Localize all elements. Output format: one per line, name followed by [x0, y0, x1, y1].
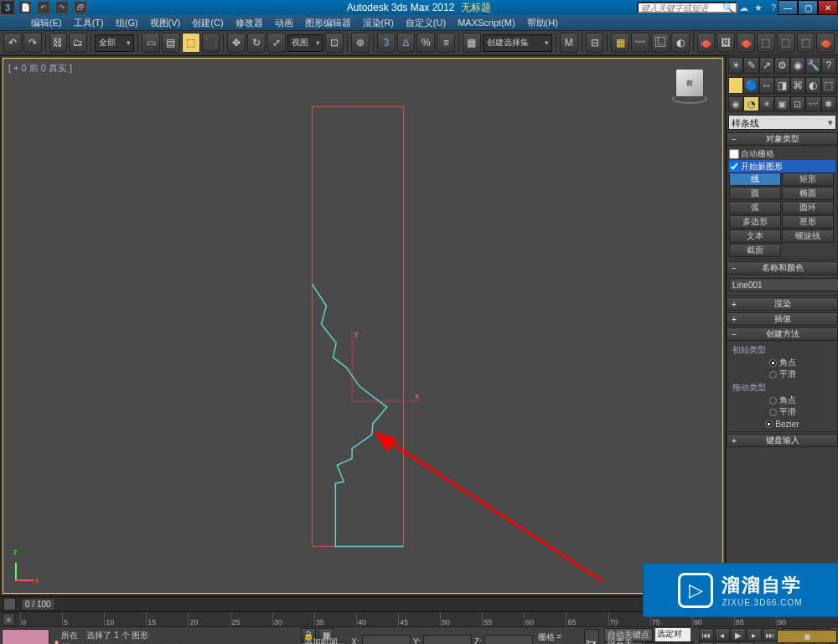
- extra-tab[interactable]: ⬚: [821, 77, 836, 94]
- link-icon[interactable]: ⛓: [49, 33, 68, 53]
- display-tab[interactable]: ⌘: [790, 77, 805, 94]
- menu-customize[interactable]: 自定义(U): [401, 17, 450, 29]
- minimize-button[interactable]: —: [778, 0, 798, 15]
- shape-text-button[interactable]: 文本: [729, 229, 781, 243]
- save-icon[interactable]: 🗗: [74, 1, 87, 14]
- cat-space[interactable]: 〰: [805, 96, 820, 111]
- drag-bezier-radio[interactable]: Bezier: [729, 418, 835, 430]
- subscription-icon[interactable]: ☁: [737, 2, 749, 13]
- menu-group[interactable]: 组(G): [111, 17, 142, 29]
- shape-donut-button[interactable]: 圆环: [782, 201, 834, 214]
- redo-icon[interactable]: ↷: [23, 33, 42, 53]
- prev-frame-icon[interactable]: ◂: [715, 628, 730, 641]
- menu-edit[interactable]: 编辑(E): [27, 17, 66, 29]
- more1-icon[interactable]: ⬚: [757, 33, 775, 53]
- menu-help[interactable]: 帮助(H): [523, 17, 562, 29]
- rollout-interp[interactable]: +插值: [727, 312, 838, 326]
- tool-icon[interactable]: ⚙: [774, 57, 789, 74]
- shape-ellipse-button[interactable]: 椭圆: [782, 187, 834, 200]
- menu-tools[interactable]: 工具(T): [70, 17, 108, 29]
- tool-icon[interactable]: ↗: [759, 57, 774, 74]
- startnewshape-checkbox[interactable]: 开始新图形: [729, 160, 835, 173]
- curve-editor-icon[interactable]: 〰: [631, 33, 649, 53]
- render-setup-icon[interactable]: 🫖: [697, 33, 716, 53]
- maximize-button[interactable]: ▢: [798, 0, 818, 15]
- schematic-icon[interactable]: ⿺: [651, 33, 670, 53]
- open-icon[interactable]: ↶: [37, 1, 50, 14]
- tool-icon[interactable]: ✎: [743, 57, 758, 74]
- keytarget-dropdown[interactable]: 选定对象: [655, 628, 691, 641]
- cat-lights[interactable]: ☀: [759, 96, 774, 111]
- shape-star-button[interactable]: 星形: [782, 215, 834, 229]
- rollout-createmethod[interactable]: −创建方法: [727, 327, 838, 341]
- shape-circle-button[interactable]: 圆: [729, 187, 781, 200]
- init-corner-radio[interactable]: 角点: [729, 357, 835, 368]
- maxscript-mini-listener[interactable]: [2, 629, 49, 644]
- redo-icon[interactable]: ↷: [55, 1, 69, 14]
- key-mode-icon[interactable]: 🗝: [584, 629, 599, 644]
- select-name-icon[interactable]: ▤: [162, 33, 180, 53]
- tool-icon[interactable]: ☀: [728, 57, 743, 74]
- app-menu-icon[interactable]: 3: [0, 0, 15, 15]
- named-sel-dropdown[interactable]: 创建选择集: [483, 34, 552, 52]
- select-icon[interactable]: ▭: [142, 33, 160, 53]
- time-prev-icon[interactable]: [3, 598, 16, 611]
- menu-rendering[interactable]: 渲染(R): [359, 17, 398, 29]
- menu-animation[interactable]: 动画: [271, 17, 297, 29]
- minicurve-icon[interactable]: ≡: [3, 613, 15, 626]
- spinnersnap-icon[interactable]: ≡: [437, 33, 455, 53]
- rollout-objecttype[interactable]: −对象类型: [727, 132, 838, 146]
- cat-cameras[interactable]: ▣: [774, 96, 789, 111]
- align-icon[interactable]: ⊟: [586, 33, 604, 53]
- create-tab[interactable]: ☄: [728, 77, 743, 94]
- shape-section-button[interactable]: 截面: [729, 244, 781, 257]
- viewcube[interactable]: 前: [672, 69, 707, 104]
- viewport-label[interactable]: [ + 0 前 0 真实 ]: [8, 62, 72, 75]
- goto-end-icon[interactable]: ⏭: [763, 628, 778, 641]
- menu-grapheditors[interactable]: 图形编辑器: [301, 17, 355, 29]
- layers-icon[interactable]: ▦: [611, 33, 629, 53]
- shape-line-button[interactable]: 线: [729, 173, 781, 186]
- render-icon[interactable]: 🫖: [737, 33, 755, 53]
- shape-ngon-button[interactable]: 多边形: [729, 215, 781, 229]
- move-icon[interactable]: ✥: [227, 33, 246, 53]
- more2-icon[interactable]: ⬚: [777, 33, 795, 53]
- goto-start-icon[interactable]: ⏮: [699, 628, 714, 641]
- rendered-frame-icon[interactable]: 🖼: [716, 33, 735, 53]
- cat-helpers[interactable]: ⊡: [790, 96, 805, 111]
- rotate-icon[interactable]: ↻: [247, 33, 266, 53]
- utilities-tab[interactable]: ◐: [805, 77, 820, 94]
- percentsnap-icon[interactable]: %: [416, 33, 435, 53]
- rollout-namecolor[interactable]: −名称和颜色: [727, 261, 838, 275]
- x-field[interactable]: [362, 635, 411, 644]
- cat-systems[interactable]: ✱: [821, 96, 836, 111]
- motion-tab[interactable]: ◨: [774, 77, 789, 94]
- autogrid-checkbox[interactable]: 自动栅格: [729, 147, 835, 160]
- z-field[interactable]: [484, 635, 533, 644]
- y-field[interactable]: [423, 635, 472, 644]
- shape-type-dropdown[interactable]: 样条线: [728, 115, 836, 130]
- menu-create[interactable]: 创建(C): [188, 17, 227, 29]
- filter-dropdown[interactable]: 全部: [95, 34, 134, 52]
- menu-views[interactable]: 视图(V): [146, 17, 185, 29]
- rollout-keyboard[interactable]: +键盘输入: [727, 434, 838, 447]
- pivot-icon[interactable]: ⊡: [325, 33, 344, 53]
- scale-icon[interactable]: ⤢: [267, 33, 286, 53]
- mirror-icon[interactable]: M: [560, 33, 578, 53]
- menu-maxscript[interactable]: MAXScript(M): [453, 18, 519, 28]
- drag-smooth-radio[interactable]: 平滑: [729, 406, 835, 418]
- tool-icon[interactable]: 🔧: [805, 57, 820, 74]
- quickrender-icon[interactable]: 🫖: [816, 33, 835, 53]
- shape-arc-button[interactable]: 弧: [729, 201, 781, 214]
- unlink-icon[interactable]: 🗂: [69, 33, 87, 53]
- shape-rectangle-button[interactable]: 矩形: [782, 173, 834, 186]
- viewport[interactable]: [ + 0 前 0 真实 ] 前 y x: [3, 58, 723, 594]
- menu-modifiers[interactable]: 修改器: [231, 17, 267, 29]
- refcoord-dropdown[interactable]: 视图: [287, 34, 324, 52]
- modify-tab[interactable]: 🔵: [743, 77, 758, 94]
- cat-geom[interactable]: ◉: [728, 96, 743, 111]
- window-cross-icon[interactable]: ⬛: [202, 33, 220, 53]
- manipulate-icon[interactable]: ⊕: [351, 33, 370, 53]
- anglesnap-icon[interactable]: ∆: [397, 33, 416, 53]
- snap-icon[interactable]: 3: [377, 33, 396, 53]
